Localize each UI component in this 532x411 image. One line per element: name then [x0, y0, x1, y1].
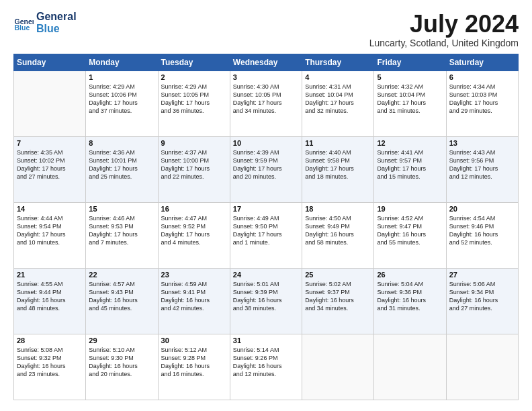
calendar-cell: 20Sunrise: 4:54 AM Sunset: 9:46 PM Dayli… [446, 202, 518, 268]
day-info: Sunrise: 4:29 AM Sunset: 10:05 PM Daylig… [161, 83, 227, 116]
calendar-cell: 6Sunrise: 4:34 AM Sunset: 10:03 PM Dayli… [446, 71, 518, 136]
page: General Blue General Blue July 2024 Lunc… [0, 0, 532, 411]
calendar-cell [302, 334, 374, 400]
calendar-cell: 19Sunrise: 4:52 AM Sunset: 9:47 PM Dayli… [374, 202, 446, 268]
day-info: Sunrise: 4:46 AM Sunset: 9:53 PM Dayligh… [89, 214, 154, 247]
calendar-week-row: 1Sunrise: 4:29 AM Sunset: 10:06 PM Dayli… [14, 71, 519, 136]
title-section: July 2024 Luncarty, Scotland, United Kin… [369, 11, 519, 48]
calendar-cell: 24Sunrise: 5:01 AM Sunset: 9:39 PM Dayli… [230, 268, 302, 334]
day-number: 26 [377, 271, 443, 279]
day-number: 28 [17, 336, 83, 345]
day-info: Sunrise: 4:40 AM Sunset: 9:58 PM Dayligh… [305, 148, 371, 181]
calendar-cell: 2Sunrise: 4:29 AM Sunset: 10:05 PM Dayli… [158, 71, 230, 136]
day-info: Sunrise: 4:34 AM Sunset: 10:03 PM Daylig… [449, 83, 515, 116]
day-number: 10 [233, 139, 299, 147]
day-info: Sunrise: 4:30 AM Sunset: 10:05 PM Daylig… [233, 83, 299, 116]
calendar-cell: 30Sunrise: 5:12 AM Sunset: 9:28 PM Dayli… [158, 334, 230, 400]
calendar-cell: 23Sunrise: 4:59 AM Sunset: 9:41 PM Dayli… [158, 268, 230, 334]
day-info: Sunrise: 4:32 AM Sunset: 10:04 PM Daylig… [377, 83, 443, 116]
day-header-tuesday: Tuesday [158, 54, 230, 71]
day-number: 21 [17, 271, 83, 279]
day-info: Sunrise: 4:57 AM Sunset: 9:43 PM Dayligh… [89, 280, 154, 313]
calendar-cell: 9Sunrise: 4:37 AM Sunset: 10:00 PM Dayli… [158, 136, 230, 202]
svg-text:Blue: Blue [15, 23, 30, 31]
month-title: July 2024 [369, 11, 519, 38]
day-number: 13 [449, 139, 515, 147]
day-info: Sunrise: 5:12 AM Sunset: 9:28 PM Dayligh… [161, 346, 227, 379]
calendar-cell: 10Sunrise: 4:39 AM Sunset: 9:59 PM Dayli… [230, 136, 302, 202]
day-info: Sunrise: 4:37 AM Sunset: 10:00 PM Daylig… [161, 148, 227, 181]
day-number: 7 [17, 139, 83, 147]
calendar-cell: 1Sunrise: 4:29 AM Sunset: 10:06 PM Dayli… [86, 71, 158, 136]
day-info: Sunrise: 4:52 AM Sunset: 9:47 PM Dayligh… [377, 214, 443, 247]
calendar-cell: 7Sunrise: 4:35 AM Sunset: 10:02 PM Dayli… [14, 136, 86, 202]
calendar-cell: 22Sunrise: 4:57 AM Sunset: 9:43 PM Dayli… [86, 268, 158, 334]
day-info: Sunrise: 4:36 AM Sunset: 10:01 PM Daylig… [89, 148, 154, 181]
day-number: 6 [449, 73, 515, 81]
day-info: Sunrise: 4:35 AM Sunset: 10:02 PM Daylig… [17, 148, 83, 181]
day-header-monday: Monday [86, 54, 158, 71]
day-info: Sunrise: 5:04 AM Sunset: 9:36 PM Dayligh… [377, 280, 443, 313]
calendar-cell: 8Sunrise: 4:36 AM Sunset: 10:01 PM Dayli… [86, 136, 158, 202]
day-info: Sunrise: 4:29 AM Sunset: 10:06 PM Daylig… [89, 83, 154, 116]
header: General Blue General Blue July 2024 Lunc… [13, 11, 519, 48]
day-info: Sunrise: 4:55 AM Sunset: 9:44 PM Dayligh… [17, 280, 83, 313]
calendar-cell: 25Sunrise: 5:02 AM Sunset: 9:37 PM Dayli… [302, 268, 374, 334]
logo-icon: General Blue [13, 13, 34, 33]
day-info: Sunrise: 4:50 AM Sunset: 9:49 PM Dayligh… [305, 214, 371, 247]
day-header-sunday: Sunday [14, 54, 86, 71]
day-header-thursday: Thursday [302, 54, 374, 71]
calendar-cell [14, 71, 86, 136]
day-info: Sunrise: 4:31 AM Sunset: 10:04 PM Daylig… [305, 83, 371, 116]
day-number: 1 [89, 73, 154, 81]
day-number: 16 [161, 205, 227, 213]
day-info: Sunrise: 5:06 AM Sunset: 9:34 PM Dayligh… [449, 280, 515, 313]
day-header-friday: Friday [374, 54, 446, 71]
calendar-week-row: 21Sunrise: 4:55 AM Sunset: 9:44 PM Dayli… [14, 268, 519, 334]
day-number: 31 [233, 336, 299, 345]
calendar-week-row: 14Sunrise: 4:44 AM Sunset: 9:54 PM Dayli… [14, 202, 519, 268]
calendar-cell: 17Sunrise: 4:49 AM Sunset: 9:50 PM Dayli… [230, 202, 302, 268]
day-info: Sunrise: 4:43 AM Sunset: 9:56 PM Dayligh… [449, 148, 515, 181]
day-number: 24 [233, 271, 299, 279]
day-number: 17 [233, 205, 299, 213]
calendar-cell: 15Sunrise: 4:46 AM Sunset: 9:53 PM Dayli… [86, 202, 158, 268]
day-number: 29 [89, 336, 154, 345]
day-header-saturday: Saturday [446, 54, 518, 71]
calendar-cell: 4Sunrise: 4:31 AM Sunset: 10:04 PM Dayli… [302, 71, 374, 136]
calendar-cell [446, 334, 518, 400]
day-info: Sunrise: 4:47 AM Sunset: 9:52 PM Dayligh… [161, 214, 227, 247]
day-number: 22 [89, 271, 154, 279]
logo: General Blue General Blue [13, 11, 77, 34]
day-number: 20 [449, 205, 515, 213]
calendar-cell: 3Sunrise: 4:30 AM Sunset: 10:05 PM Dayli… [230, 71, 302, 136]
calendar-cell: 18Sunrise: 4:50 AM Sunset: 9:49 PM Dayli… [302, 202, 374, 268]
day-header-wednesday: Wednesday [230, 54, 302, 71]
day-info: Sunrise: 5:08 AM Sunset: 9:32 PM Dayligh… [17, 346, 83, 379]
location: Luncarty, Scotland, United Kingdom [369, 38, 519, 48]
day-info: Sunrise: 5:10 AM Sunset: 9:30 PM Dayligh… [89, 346, 154, 379]
day-info: Sunrise: 4:49 AM Sunset: 9:50 PM Dayligh… [233, 214, 299, 247]
calendar-cell: 29Sunrise: 5:10 AM Sunset: 9:30 PM Dayli… [86, 334, 158, 400]
day-number: 4 [305, 73, 371, 81]
calendar-table: SundayMondayTuesdayWednesdayThursdayFrid… [13, 54, 519, 400]
day-number: 15 [89, 205, 154, 213]
day-number: 9 [161, 139, 227, 147]
day-number: 11 [305, 139, 371, 147]
day-info: Sunrise: 4:54 AM Sunset: 9:46 PM Dayligh… [449, 214, 515, 247]
calendar-cell: 16Sunrise: 4:47 AM Sunset: 9:52 PM Dayli… [158, 202, 230, 268]
calendar-cell: 14Sunrise: 4:44 AM Sunset: 9:54 PM Dayli… [14, 202, 86, 268]
day-number: 5 [377, 73, 443, 81]
day-number: 8 [89, 139, 154, 147]
day-number: 30 [161, 336, 227, 345]
calendar-cell: 21Sunrise: 4:55 AM Sunset: 9:44 PM Dayli… [14, 268, 86, 334]
calendar-header-row: SundayMondayTuesdayWednesdayThursdayFrid… [14, 54, 519, 71]
calendar-cell: 28Sunrise: 5:08 AM Sunset: 9:32 PM Dayli… [14, 334, 86, 400]
day-number: 14 [17, 205, 83, 213]
calendar-cell: 11Sunrise: 4:40 AM Sunset: 9:58 PM Dayli… [302, 136, 374, 202]
day-number: 25 [305, 271, 371, 279]
day-info: Sunrise: 4:41 AM Sunset: 9:57 PM Dayligh… [377, 148, 443, 181]
day-info: Sunrise: 4:44 AM Sunset: 9:54 PM Dayligh… [17, 214, 83, 247]
calendar-week-row: 7Sunrise: 4:35 AM Sunset: 10:02 PM Dayli… [14, 136, 519, 202]
day-info: Sunrise: 5:01 AM Sunset: 9:39 PM Dayligh… [233, 280, 299, 313]
